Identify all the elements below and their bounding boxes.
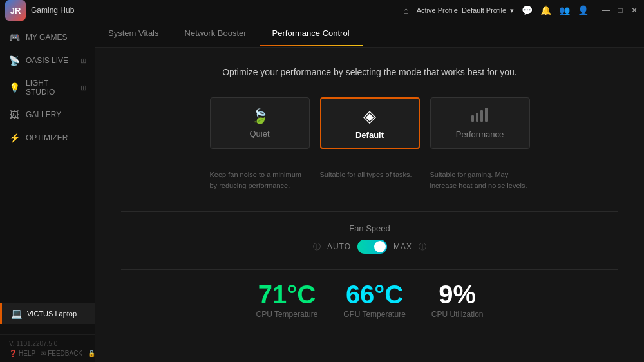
fan-max-info-icon[interactable]: ⓘ: [419, 242, 426, 252]
home-icon: ⌂: [403, 5, 408, 15]
gpu-temp-value: 66°C: [346, 281, 403, 307]
fan-auto-label: AUTO: [327, 242, 351, 251]
bell-icon-btn[interactable]: 🔔: [540, 5, 551, 15]
tabs-bar: System Vitals Network Booster Performanc…: [95, 21, 644, 48]
laptop-icon: 💻: [11, 309, 22, 319]
metrics-section: 71°C CPU Temperature 66°C GPU Temperatur…: [256, 281, 483, 319]
sidebar-footer: V. 1101.2207.5.0 ❓ HELP ✉ FEEDBACK 🔒 PRI…: [0, 334, 95, 362]
metric-cpu-temp: 71°C CPU Temperature: [256, 281, 317, 319]
title-bar-right: ⌂ Active Profile Default Profile ▾ 💬 🔔 👥…: [403, 5, 639, 15]
cpu-temp-value: 71°C: [258, 281, 316, 307]
feedback-link[interactable]: ✉ FEEDBACK: [41, 350, 82, 357]
device-label: VICTUS Laptop: [27, 310, 77, 318]
window-controls: — □ ✕: [601, 6, 639, 15]
main-layout: 🎮 MY GAMES 📡 OASIS LIVE ⊞ 💡 LIGHT STUDIO…: [0, 21, 644, 362]
gpu-temp-label: GPU Temperature: [343, 310, 406, 319]
cpu-util-value: 9%: [439, 281, 476, 307]
fan-speed-section: Fan Speed ⓘ AUTO MAX ⓘ: [313, 224, 426, 254]
group-icon: 👥: [559, 5, 570, 15]
version-text: V. 1101.2207.5.0: [9, 340, 57, 347]
sidebar: 🎮 MY GAMES 📡 OASIS LIVE ⊞ 💡 LIGHT STUDIO…: [0, 21, 95, 362]
sidebar-device[interactable]: 💻 VICTUS Laptop: [0, 303, 95, 324]
svg-rect-3: [485, 108, 488, 122]
add-icon[interactable]: ⊞: [80, 57, 86, 65]
default-description: Suitable for all types of tasks.: [320, 169, 420, 191]
metric-gpu-temp: 66°C GPU Temperature: [343, 281, 406, 319]
tab-system-vitals[interactable]: System Vitals: [95, 21, 172, 47]
optimizer-icon: ⚡: [9, 133, 19, 143]
toggle-thumb: [374, 241, 386, 252]
title-bar: JR Gaming Hub ⌂ Active Profile Default P…: [0, 0, 644, 21]
mode-cards: 🍃 Quiet ◈ Default: [210, 97, 530, 149]
page-subtitle: Optimize your performance by selecting t…: [222, 66, 517, 79]
fan-speed-controls: ⓘ AUTO MAX ⓘ: [313, 240, 426, 254]
mode-card-quiet[interactable]: 🍃 Quiet: [210, 97, 310, 149]
maximize-button[interactable]: □: [616, 6, 625, 15]
fan-speed-toggle[interactable]: [357, 240, 387, 254]
oasis-icon: 📡: [9, 55, 19, 66]
default-label: Default: [355, 130, 384, 140]
app-title: Gaming Hub: [31, 6, 74, 15]
tab-performance-control[interactable]: Performance Control: [260, 21, 363, 47]
cpu-temp-label: CPU Temperature: [256, 310, 317, 319]
sidebar-item-label: OPTIMIZER: [26, 133, 68, 142]
mode-card-performance[interactable]: Performance: [430, 97, 530, 149]
mode-descriptions: Keep fan noise to a minimum by reducing …: [210, 169, 530, 191]
page-content: Optimize your performance by selecting t…: [95, 48, 644, 362]
app-logo: JR: [5, 0, 26, 21]
mode-card-default[interactable]: ◈ Default: [320, 97, 420, 149]
performance-description: Suitable for gaming. May increase heat a…: [430, 169, 530, 191]
content-area: System Vitals Network Booster Performanc…: [95, 21, 644, 362]
sidebar-item-label: LIGHT STUDIO: [26, 79, 74, 97]
home-icon-btn[interactable]: ⌂: [403, 5, 408, 15]
svg-rect-0: [471, 115, 474, 122]
active-profile-label: Active Profile: [417, 6, 458, 14]
svg-rect-2: [480, 110, 483, 122]
sidebar-item-label: MY GAMES: [26, 33, 67, 42]
avatar-btn[interactable]: 👤: [578, 5, 589, 15]
metric-cpu-util: 9% CPU Utilization: [431, 281, 484, 319]
gallery-icon: 🖼: [9, 110, 19, 120]
footer-links: ❓ HELP ✉ FEEDBACK 🔒 PRIVACY: [9, 350, 86, 357]
group-icon-btn[interactable]: 👥: [559, 5, 570, 15]
profile-section[interactable]: Active Profile Default Profile ▾: [417, 6, 514, 15]
help-link[interactable]: ❓ HELP: [9, 350, 35, 357]
bell-icon: 🔔: [540, 5, 551, 15]
quiet-label: Quiet: [249, 129, 269, 138]
chat-icon-btn[interactable]: 💬: [522, 5, 533, 15]
chat-icon: 💬: [522, 5, 533, 15]
quiet-description: Keep fan noise to a minimum by reducing …: [210, 169, 310, 191]
default-icon: ◈: [363, 106, 376, 126]
performance-icon: [471, 108, 488, 126]
divider-2: [121, 269, 618, 270]
quiet-icon: 🍃: [251, 108, 269, 125]
fan-max-label: MAX: [393, 242, 412, 251]
chevron-down-icon: ▾: [510, 6, 514, 15]
sidebar-item-label: GALLERY: [26, 110, 61, 119]
games-icon: 🎮: [9, 32, 19, 43]
title-bar-left: JR Gaming Hub: [5, 0, 74, 21]
fan-info-icon[interactable]: ⓘ: [313, 242, 321, 252]
close-button[interactable]: ✕: [630, 6, 639, 15]
sidebar-item-gallery[interactable]: 🖼 GALLERY: [0, 103, 95, 126]
sidebar-item-light-studio[interactable]: 💡 LIGHT STUDIO ⊞: [0, 72, 95, 103]
sidebar-item-label: OASIS LIVE: [26, 56, 68, 65]
minimize-button[interactable]: —: [601, 6, 611, 15]
fan-speed-label: Fan Speed: [349, 224, 390, 233]
tab-network-booster[interactable]: Network Booster: [172, 21, 260, 47]
divider-1: [121, 211, 618, 212]
svg-rect-1: [476, 113, 478, 122]
sidebar-item-my-games[interactable]: 🎮 MY GAMES: [0, 26, 95, 49]
cpu-util-label: CPU Utilization: [431, 310, 484, 319]
add-icon[interactable]: ⊞: [80, 84, 86, 92]
sidebar-item-oasis-live[interactable]: 📡 OASIS LIVE ⊞: [0, 49, 95, 72]
profile-name: Default Profile: [462, 6, 506, 14]
avatar-icon: 👤: [578, 5, 589, 15]
sidebar-item-optimizer[interactable]: ⚡ OPTIMIZER: [0, 126, 95, 149]
light-icon: 💡: [9, 82, 19, 93]
performance-label: Performance: [456, 129, 504, 139]
